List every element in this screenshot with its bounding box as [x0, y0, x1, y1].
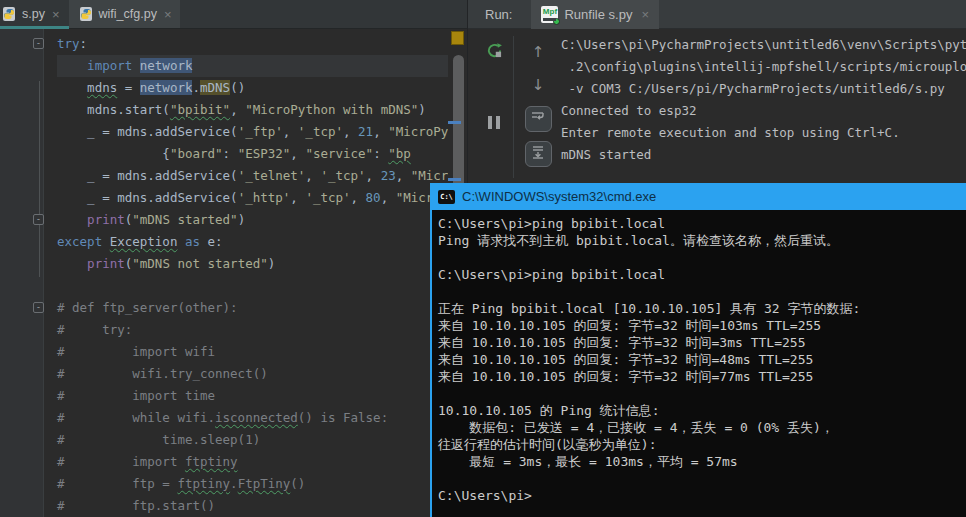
console-line: .2\config\plugins\intellij-mpfshell/scri…	[561, 56, 966, 78]
code-line: # import ftptiny	[57, 451, 448, 473]
cmd-titlebar[interactable]: C:\ C:\WINDOWS\system32\cmd.exe	[432, 183, 966, 210]
python-file-icon	[1, 6, 17, 22]
code-line: mdns = network.mDNS()	[57, 77, 448, 99]
cmd-line: C:\Users\pi>ping bpibit.local	[438, 266, 966, 283]
code-line: # while wifi.isconnected() is False:	[57, 407, 448, 429]
code-line: # import wifi	[57, 341, 448, 363]
cmd-line: 来自 10.10.10.105 的回复: 字节=32 时间=77ms TTL=2…	[438, 368, 966, 385]
scrollbar-occurrence-mark	[448, 178, 461, 181]
cmd-line: 数据包: 已发送 = 4，已接收 = 4，丢失 = 0 (0% 丢失)，	[438, 419, 966, 436]
run-toolbar-side: ↑↓	[519, 40, 557, 167]
cmd-line	[438, 249, 966, 266]
code-line: {"board": "ESP32", "service": "bp	[57, 143, 448, 165]
cmd-line	[438, 385, 966, 402]
code-line	[57, 275, 448, 297]
code-line: # def ftp_server(other):	[57, 297, 448, 319]
code-editor[interactable]: try: import network mdns = network.mDNS(…	[45, 29, 448, 517]
code-line: _ = mdns.addService('_telnet', '_tcp', 2…	[57, 165, 448, 187]
mpfshell-icon: Mpf	[541, 6, 558, 23]
cmd-title: C:\WINDOWS\system32\cmd.exe	[462, 189, 656, 204]
scrollbar-occurrence-mark	[448, 121, 461, 124]
pause-output-button[interactable]	[482, 110, 506, 134]
fold-marker-icon[interactable]: -	[33, 302, 44, 313]
down-stack-button[interactable]: ↓	[526, 73, 550, 97]
cmd-line: 最短 = 3ms，最长 = 103ms，平均 = 57ms	[438, 453, 966, 470]
cmd-line: 来自 10.10.10.105 的回复: 字节=32 时间=103ms TTL=…	[438, 317, 966, 334]
tab-close-icon[interactable]: ×	[164, 7, 172, 22]
console-line: Connected to esp32	[561, 100, 966, 122]
separator	[482, 145, 506, 169]
code-line: _ = mdns.addService('_ftp', '_tcp', 21, …	[57, 121, 448, 143]
cmd-line: C:\Users\pi>	[438, 487, 966, 504]
stop-button[interactable]	[482, 75, 506, 99]
code-line: _ = mdns.addService('_http', '_tcp', 80,…	[57, 187, 448, 209]
editor-tab-bar: s.py × wifi_cfg.py ×	[0, 0, 467, 29]
rerun-button[interactable]	[482, 40, 506, 64]
toolbar-separator	[513, 36, 514, 178]
cmd-line: 来自 10.10.10.105 的回复: 字节=32 时间=48ms TTL=2…	[438, 351, 966, 368]
code-line: # import time	[57, 385, 448, 407]
console-line: -v COM3 C:/Users/pi/PycharmProjects/unti…	[561, 78, 966, 100]
run-header: Run: Mpf Runfile s.py ×	[468, 0, 966, 29]
inspection-indicator[interactable]	[451, 31, 464, 45]
run-toolbar-main	[477, 40, 511, 204]
cmd-line	[438, 470, 966, 487]
fold-marker-icon[interactable]: -	[33, 38, 44, 49]
console-line: C:\Users\pi\PycharmProjects\untitled6\ve…	[561, 34, 966, 56]
code-line: print("mDNS not started")	[57, 253, 448, 275]
cmd-window: C:\ C:\WINDOWS\system32\cmd.exe C:\Users…	[430, 183, 966, 517]
cmd-line: 10.10.10.105 的 Ping 统计信息:	[438, 402, 966, 419]
code-line: mdns.start("bpibit", "MicroPython with m…	[57, 99, 448, 121]
console-line: mDNS started	[561, 144, 966, 166]
tab-wifi-cfg-py[interactable]: wifi_cfg.py ×	[69, 0, 181, 28]
cmd-icon: C:\	[438, 190, 455, 204]
code-line: print("mDNS started")	[57, 209, 448, 231]
run-tab-label: Runfile s.py	[564, 7, 632, 22]
cmd-line: C:\Users\pi>ping bpibit.local	[438, 215, 966, 232]
running-badge-icon	[553, 18, 560, 25]
cmd-line: 往返行程的估计时间(以毫秒为单位):	[438, 436, 966, 453]
editor-gutter: ---	[0, 29, 44, 517]
tab-close-icon[interactable]: ×	[52, 7, 60, 22]
pycharm-window: s.py × wifi_cfg.py × --- try: import net…	[0, 0, 966, 517]
code-line: import network	[57, 55, 448, 77]
soft-wrap-button[interactable]	[525, 106, 552, 132]
run-tab-close-icon[interactable]: ×	[641, 7, 649, 22]
code-line: # ftp = ftptiny.FtpTiny()	[57, 473, 448, 495]
console-line: Enter remote execution and stop using Ct…	[561, 122, 966, 144]
tab-s-py[interactable]: s.py ×	[0, 0, 69, 28]
code-line: # wifi.try_connect()	[57, 363, 448, 385]
run-tab[interactable]: Mpf Runfile s.py ×	[531, 0, 659, 29]
code-line: except Exception as e:	[57, 231, 448, 253]
run-panel-title: Run:	[485, 7, 512, 22]
tab-label: s.py	[22, 7, 45, 21]
code-line: try:	[57, 33, 448, 55]
code-line: # ftp.start()	[57, 495, 448, 517]
scroll-to-end-button[interactable]	[525, 141, 552, 167]
editor-pane: s.py × wifi_cfg.py × --- try: import net…	[0, 0, 467, 517]
up-stack-button[interactable]: ↑	[526, 40, 550, 64]
cmd-line: 来自 10.10.10.105 的回复: 字节=32 时间=3ms TTL=25…	[438, 334, 966, 351]
code-line: # try:	[57, 319, 448, 341]
fold-range-line	[39, 81, 40, 277]
cmd-line	[438, 283, 966, 300]
code-line: # time.sleep(1)	[57, 429, 448, 451]
fold-marker-icon[interactable]: -	[33, 214, 44, 225]
cmd-line: 正在 Ping bpibit.local [10.10.10.105] 具有 3…	[438, 300, 966, 317]
cmd-output[interactable]: C:\Users\pi>ping bpibit.localPing 请求找不到主…	[432, 210, 966, 517]
python-file-icon	[78, 6, 94, 22]
tab-label: wifi_cfg.py	[99, 7, 157, 21]
cmd-line: Ping 请求找不到主机 bpibit.local。请检查该名称，然后重试。	[438, 232, 966, 249]
